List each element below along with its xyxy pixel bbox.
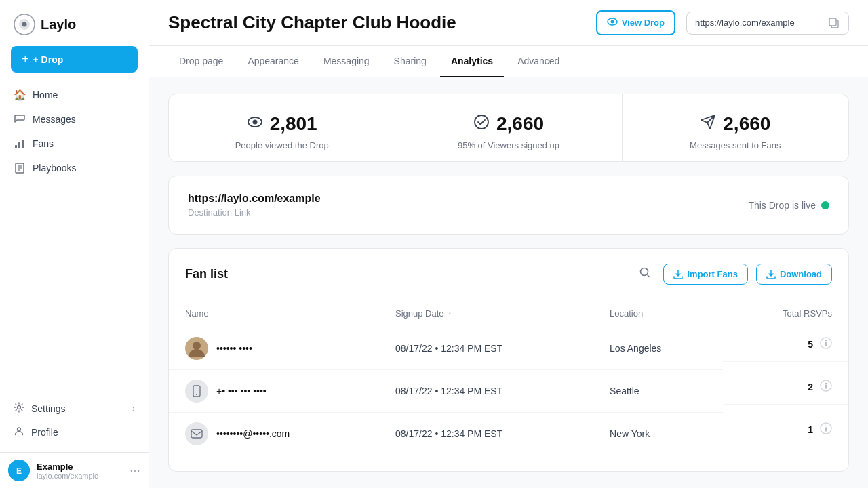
svg-point-31 bbox=[825, 426, 827, 427]
col-total-rsvps: Total RSVPs bbox=[723, 300, 848, 327]
live-text: This Drop is live bbox=[748, 200, 816, 211]
info-icon[interactable] bbox=[820, 422, 832, 437]
svg-point-19 bbox=[252, 120, 257, 125]
tab-appearance[interactable]: Appearance bbox=[237, 46, 310, 77]
import-fans-button[interactable]: Import Fans bbox=[663, 264, 747, 285]
sidebar-item-label-playbooks: Playbooks bbox=[33, 163, 77, 174]
home-icon: 🏠 bbox=[14, 89, 26, 101]
svg-rect-3 bbox=[15, 145, 17, 148]
fan-signup-date: 08/17/22 • 12:34 PM EST bbox=[379, 413, 593, 455]
messages-number: 2,660 bbox=[723, 113, 770, 135]
next-page-button[interactable]: › bbox=[549, 466, 564, 472]
url-bar: https://laylo.com/example bbox=[686, 12, 849, 35]
stats-cards: 2,801 People viewed the Drop 2,660 95% o… bbox=[168, 94, 849, 162]
destination-label: Destination Link bbox=[188, 207, 321, 218]
page-title: Spectral City Chapter Club Hoodie bbox=[168, 12, 585, 33]
account-more-icon[interactable]: ⋯ bbox=[130, 464, 140, 477]
fan-name: •••••• •••• bbox=[216, 343, 252, 354]
sidebar-item-fans[interactable]: Fans bbox=[5, 132, 143, 155]
live-dot-icon bbox=[821, 201, 829, 209]
messages-label: Messages sent to Fans bbox=[639, 140, 832, 150]
views-label: People viewed the Drop bbox=[185, 140, 378, 150]
page-header: Spectral City Chapter Club Hoodie View D… bbox=[149, 0, 868, 46]
fans-icon bbox=[14, 138, 26, 150]
fan-list-header: Fan list Import Fans Download bbox=[169, 249, 848, 300]
import-fans-label: Import Fans bbox=[687, 269, 737, 279]
fan-name: ••••••••@•••••.com bbox=[216, 428, 290, 439]
fan-list-card: Fan list Import Fans Download Name bbox=[168, 248, 849, 472]
laylo-logo-icon bbox=[14, 14, 35, 35]
download-button[interactable]: Download bbox=[756, 264, 832, 285]
new-drop-area: + + Drop bbox=[11, 46, 138, 73]
sidebar-item-messages[interactable]: Messages bbox=[5, 108, 143, 131]
new-drop-label: + Drop bbox=[33, 54, 64, 65]
fan-rsvps: 5 bbox=[723, 327, 848, 362]
views-number: 2,801 bbox=[270, 113, 317, 135]
tab-messaging[interactable]: Messaging bbox=[313, 46, 380, 77]
sidebar-item-profile[interactable]: Profile bbox=[5, 420, 143, 444]
svg-rect-4 bbox=[18, 142, 20, 148]
svg-point-28 bbox=[825, 383, 827, 384]
prev-page-button[interactable]: ‹ bbox=[453, 466, 468, 472]
signups-label: 95% of Viewers signed up bbox=[412, 140, 605, 150]
tab-sharing[interactable]: Sharing bbox=[383, 46, 437, 77]
tab-bar: Drop page Appearance Messaging Sharing A… bbox=[149, 46, 868, 77]
sidebar-item-label-settings: Settings bbox=[31, 403, 66, 414]
svg-rect-29 bbox=[191, 430, 202, 438]
eye-icon bbox=[607, 16, 618, 29]
sidebar-item-label-fans: Fans bbox=[33, 138, 54, 149]
sidebar-item-label-profile: Profile bbox=[31, 427, 58, 438]
fan-location: New York bbox=[593, 413, 723, 455]
account-name: Example bbox=[37, 462, 123, 472]
fan-rsvps: 1 bbox=[723, 413, 848, 447]
view-drop-button[interactable]: View Drop bbox=[596, 10, 675, 35]
account-section[interactable]: E Example laylo.com/example ⋯ bbox=[0, 452, 149, 488]
pagination-label: Page 1 of 4 bbox=[484, 471, 533, 472]
sidebar-item-label-messages: Messages bbox=[33, 114, 76, 125]
views-icon bbox=[247, 114, 263, 134]
new-drop-button[interactable]: + + Drop bbox=[11, 46, 138, 73]
fan-name: +• ••• ••• •••• bbox=[216, 386, 267, 396]
messages-icon bbox=[14, 113, 26, 125]
sidebar-nav: 🏠 Home Messages Fans Playbooks bbox=[0, 83, 149, 388]
sidebar-item-playbooks[interactable]: Playbooks bbox=[5, 157, 143, 180]
fan-signup-date: 08/17/22 • 12:34 PM EST bbox=[379, 370, 593, 413]
destination-card: https://laylo.com/example Destination Li… bbox=[168, 176, 849, 235]
fan-name-cell: +• ••• ••• •••• bbox=[169, 370, 379, 413]
sidebar-item-home[interactable]: 🏠 Home bbox=[5, 83, 143, 106]
svg-point-26 bbox=[196, 394, 197, 395]
fan-name-cell: •••••• •••• bbox=[169, 327, 379, 370]
svg-point-20 bbox=[475, 115, 488, 129]
fan-location: Los Angeles bbox=[593, 327, 723, 370]
sidebar-item-settings[interactable]: Settings › bbox=[5, 396, 143, 420]
sidebar-item-label-home: Home bbox=[33, 89, 58, 100]
fan-search-button[interactable] bbox=[635, 262, 655, 286]
sidebar-bottom: Settings › Profile bbox=[0, 388, 149, 452]
rsvp-count: 5 bbox=[808, 339, 813, 350]
plus-icon: + bbox=[22, 52, 29, 66]
content-area: 2,801 People viewed the Drop 2,660 95% o… bbox=[149, 77, 868, 488]
download-label: Download bbox=[780, 269, 822, 279]
copy-url-button[interactable] bbox=[828, 17, 840, 29]
fan-list-title: Fan list bbox=[185, 267, 627, 281]
col-location: Location bbox=[593, 300, 723, 327]
tab-drop-page[interactable]: Drop page bbox=[168, 46, 234, 77]
tab-advanced[interactable]: Advanced bbox=[507, 46, 570, 77]
view-drop-label: View Drop bbox=[622, 18, 665, 28]
info-icon[interactable] bbox=[820, 380, 832, 394]
tab-analytics[interactable]: Analytics bbox=[440, 46, 504, 77]
svg-rect-17 bbox=[829, 18, 836, 26]
svg-point-2 bbox=[22, 22, 26, 26]
sort-asc-icon: ↑ bbox=[448, 310, 452, 318]
account-avatar: E bbox=[8, 460, 30, 481]
sidebar: Laylo + + Drop 🏠 Home Messages Fans bbox=[0, 0, 149, 488]
col-signup-date[interactable]: Signup Date ↑ bbox=[379, 300, 593, 327]
svg-point-21 bbox=[641, 268, 648, 276]
svg-text:E: E bbox=[16, 466, 22, 476]
main-content: Spectral City Chapter Club Hoodie View D… bbox=[149, 0, 868, 488]
account-url: laylo.com/example bbox=[37, 472, 123, 480]
info-icon[interactable] bbox=[820, 337, 832, 352]
profile-icon bbox=[14, 426, 24, 439]
table-row: ••••••••@•••••.com 08/17/22 • 12:34 PM E… bbox=[169, 413, 848, 455]
rsvp-count: 1 bbox=[808, 424, 813, 435]
